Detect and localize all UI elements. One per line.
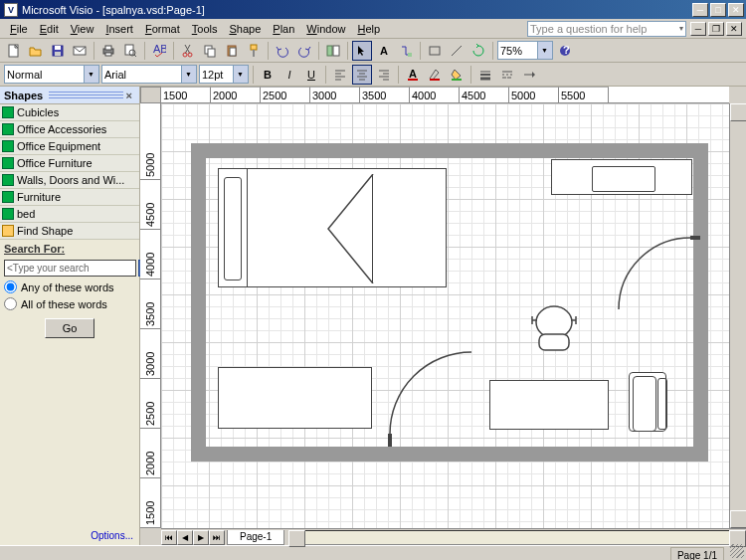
search-label: Search For: [0, 240, 139, 258]
menu-tools[interactable]: Tools [186, 21, 224, 37]
zoom-combo[interactable]: 75%▼ [497, 41, 553, 60]
stencil-item[interactable]: Cubicles [0, 104, 139, 121]
svg-text:?: ? [563, 44, 570, 56]
align-right-button[interactable] [374, 65, 394, 85]
menu-help[interactable]: Help [351, 21, 386, 37]
svg-rect-52 [539, 334, 569, 350]
svg-text:A: A [409, 68, 417, 80]
prev-page-button[interactable]: ◀ [177, 530, 193, 545]
doc-close-button[interactable]: ✕ [726, 22, 742, 36]
email-button[interactable] [70, 41, 90, 61]
close-button[interactable]: ✕ [728, 3, 744, 17]
stencil-item[interactable]: Find Shape [0, 223, 139, 240]
line-ends-button[interactable] [519, 65, 539, 85]
horizontal-ruler[interactable]: 150020002500300035004000450050005500 [161, 87, 729, 103]
first-page-button[interactable]: ⏮ [161, 530, 177, 545]
horizontal-scrollbar[interactable] [288, 530, 746, 545]
font-combo[interactable]: Arial▼ [101, 65, 197, 84]
line-tool-button[interactable] [447, 41, 466, 61]
desk-shape[interactable] [489, 380, 609, 430]
new-button[interactable] [4, 41, 24, 61]
paste-button[interactable] [222, 41, 242, 61]
bold-button[interactable]: B [258, 65, 278, 85]
help-button[interactable]: ? [555, 41, 575, 61]
drawing-canvas[interactable] [161, 103, 729, 528]
stencil-item[interactable]: Office Accessories [0, 121, 139, 138]
fill-color-button[interactable] [447, 65, 466, 85]
menu-insert[interactable]: Insert [99, 21, 139, 37]
text-tool-button[interactable]: A [374, 41, 394, 61]
chair-shape[interactable] [529, 300, 579, 356]
menu-file[interactable]: File [4, 21, 34, 37]
connector-tool-button[interactable] [396, 41, 416, 61]
stencil-item[interactable]: Walls, Doors and Wi... [0, 172, 139, 189]
svg-rect-23 [408, 53, 412, 57]
italic-button[interactable]: I [280, 65, 299, 85]
undo-button[interactable] [273, 41, 292, 61]
underline-button[interactable]: U [301, 65, 321, 85]
vertical-ruler[interactable]: 15002000250030003500400045005000 [140, 103, 161, 528]
armchair-shape[interactable] [629, 372, 666, 432]
cut-button[interactable] [178, 41, 198, 61]
shapes-close-button[interactable]: × [123, 90, 135, 101]
radio-all-words[interactable]: All of these words [0, 295, 139, 312]
rotate-tool-button[interactable] [468, 41, 488, 61]
svg-rect-7 [105, 53, 111, 56]
align-left-button[interactable] [330, 65, 350, 85]
shapes-panel: Shapes × CubiclesOffice AccessoriesOffic… [0, 87, 140, 545]
next-page-button[interactable]: ▶ [193, 530, 209, 545]
search-go-button[interactable]: Go [45, 318, 94, 338]
doc-restore-button[interactable]: ❐ [708, 22, 724, 36]
pointer-tool-button[interactable] [352, 41, 372, 61]
door-shape-2[interactable] [619, 238, 690, 309]
menu-window[interactable]: Window [300, 21, 351, 37]
page-tab[interactable]: Page-1 [227, 530, 284, 545]
minimize-button[interactable]: ─ [692, 3, 708, 17]
style-combo[interactable]: Normal▼ [4, 65, 99, 84]
copy-button[interactable] [200, 41, 220, 61]
last-page-button[interactable]: ⏭ [209, 530, 225, 545]
font-color-button[interactable]: A [403, 65, 423, 85]
redo-button[interactable] [294, 41, 314, 61]
menu-format[interactable]: Format [139, 21, 186, 37]
vertical-scrollbar[interactable] [729, 103, 746, 528]
print-preview-button[interactable] [120, 41, 140, 61]
stencil-item[interactable]: Office Furniture [0, 155, 139, 172]
line-weight-button[interactable] [475, 65, 495, 85]
rectangle-tool-button[interactable] [425, 41, 445, 61]
resize-grip[interactable] [730, 544, 744, 558]
svg-rect-15 [208, 49, 215, 57]
door-shape[interactable] [390, 352, 471, 434]
menu-edit[interactable]: Edit [34, 21, 65, 37]
format-painter-button[interactable] [244, 41, 264, 61]
font-size-combo[interactable]: 12pt▼ [199, 65, 249, 84]
menu-shape[interactable]: Shape [223, 21, 267, 37]
align-center-button[interactable] [352, 65, 372, 85]
svg-rect-6 [105, 46, 111, 50]
stencil-item[interactable]: Office Equipment [0, 138, 139, 155]
stencil-item[interactable]: Furniture [0, 189, 139, 206]
menu-view[interactable]: View [65, 21, 100, 37]
svg-rect-2 [55, 46, 61, 50]
page-navigation-bar: ⏮ ◀ ▶ ⏭ Page-1 [161, 528, 746, 545]
shape-search-input[interactable] [4, 260, 136, 277]
stencil-item[interactable]: bed [0, 206, 139, 223]
radio-any-words[interactable]: Any of these words [0, 279, 139, 295]
doc-minimize-button[interactable]: ─ [690, 22, 706, 36]
line-pattern-button[interactable] [497, 65, 517, 85]
print-button[interactable] [98, 41, 118, 61]
shapes-window-button[interactable] [323, 41, 343, 61]
svg-rect-21 [333, 46, 339, 56]
maximize-button[interactable]: □ [710, 3, 726, 17]
save-button[interactable] [48, 41, 68, 61]
bed-shape[interactable] [218, 168, 447, 287]
spelling-button[interactable]: ABC [149, 41, 169, 61]
tv-shelf-shape[interactable] [551, 159, 692, 195]
options-link[interactable]: Options... [0, 526, 139, 545]
line-color-button[interactable] [425, 65, 445, 85]
help-search-input[interactable]: Type a question for help [527, 21, 686, 37]
open-button[interactable] [26, 41, 46, 61]
dresser-shape[interactable] [218, 367, 372, 429]
statusbar: Page 1/1 [0, 545, 746, 560]
menu-plan[interactable]: Plan [267, 21, 300, 37]
